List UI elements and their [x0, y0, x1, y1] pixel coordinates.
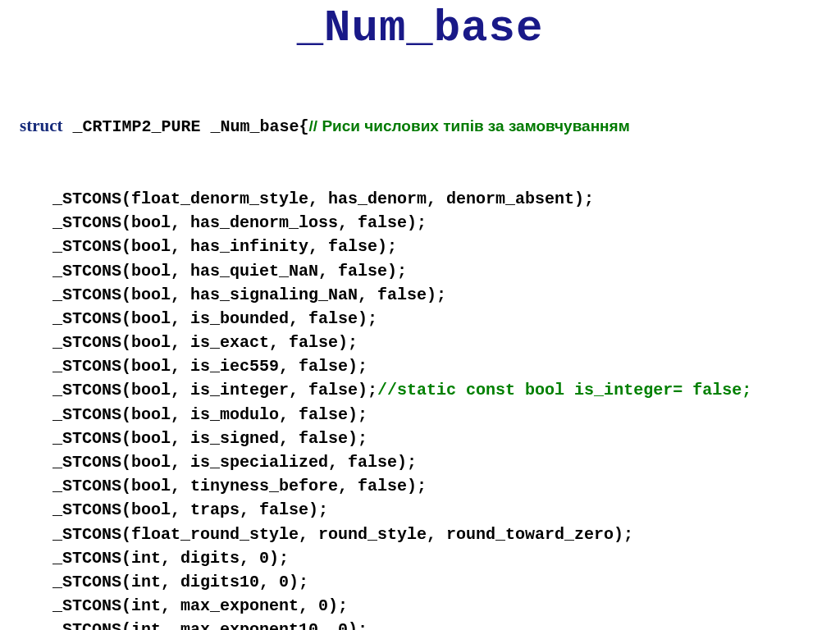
code-text: _STCONS(float_round_style, round_style, … — [52, 525, 633, 544]
code-text: _STCONS(bool, is_bounded, false); — [52, 309, 377, 328]
code-line: _STCONS(bool, is_modulo, false); — [20, 403, 820, 427]
code-line: _STCONS(bool, traps, false); — [20, 498, 820, 522]
code-text: _STCONS(bool, has_signaling_NaN, false); — [52, 285, 446, 304]
code-line: _STCONS(bool, has_signaling_NaN, false); — [20, 283, 820, 307]
code-line: _STCONS(bool, is_exact, false); — [20, 331, 820, 354]
struct-declaration: struct _CRTIMP2_PURE _Num_base{// Риси ч… — [20, 113, 820, 139]
code-line: _STCONS(int, max_exponent10, 0); — [20, 618, 820, 630]
struct-comment: // Риси числових типів за замовчуванням — [309, 117, 630, 135]
code-line: _STCONS(bool, tinyness_before, false); — [20, 474, 820, 498]
code-line: _STCONS(float_round_style, round_style, … — [20, 523, 820, 546]
code-text: _STCONS(bool, is_specialized, false); — [52, 453, 417, 472]
code-text: _STCONS(bool, is_iec559, false); — [52, 357, 368, 376]
code-text: _STCONS(bool, is_exact, false); — [52, 333, 358, 352]
code-text: _STCONS(bool, is_integer, false); — [52, 381, 377, 399]
code-line: _STCONS(bool, is_integer, false);//stati… — [20, 378, 820, 402]
code-text: _STCONS(bool, has_infinity, false); — [52, 237, 397, 256]
inline-comment: //static const bool is_integer= false; — [377, 381, 751, 399]
code-text: _STCONS(float_denorm_style, has_denorm, … — [52, 189, 594, 208]
code-line: _STCONS(bool, has_denorm_loss, false); — [20, 211, 820, 235]
code-text: _STCONS(bool, tinyness_before, false); — [52, 477, 427, 495]
code-line: _STCONS(bool, is_specialized, false); — [20, 450, 820, 474]
code-line: _STCONS(bool, is_signed, false); — [20, 427, 820, 450]
code-text: _STCONS(int, digits, 0); — [52, 549, 289, 568]
code-text: _STCONS(int, max_exponent, 0); — [52, 596, 348, 615]
code-text: _STCONS(bool, has_denorm_loss, false); — [52, 213, 427, 232]
code-line: _STCONS(bool, is_iec559, false); — [20, 354, 820, 378]
code-text: _STCONS(bool, traps, false); — [52, 500, 328, 519]
code-line: _STCONS(bool, is_bounded, false); — [20, 307, 820, 331]
slide: _Num_base struct _CRTIMP2_PURE _Num_base… — [0, 0, 840, 630]
code-lines: _STCONS(float_denorm_style, has_denorm, … — [20, 187, 820, 630]
slide-title: _Num_base — [20, 7, 820, 51]
struct-name: _CRTIMP2_PURE _Num_base{ — [73, 117, 309, 136]
code-text: _STCONS(bool, is_modulo, false); — [52, 405, 368, 424]
code-text: _STCONS(bool, has_quiet_NaN, false); — [52, 262, 407, 281]
code-text: _STCONS(int, max_exponent10, 0); — [52, 620, 368, 630]
code-line: _STCONS(int, digits, 0); — [20, 546, 820, 570]
code-text: _STCONS(int, digits10, 0); — [52, 573, 308, 591]
code-line: _STCONS(bool, has_infinity, false); — [20, 235, 820, 258]
code-line: _STCONS(int, max_exponent, 0); — [20, 594, 820, 618]
code-text: _STCONS(bool, is_signed, false); — [52, 429, 368, 448]
code-line: _STCONS(bool, has_quiet_NaN, false); — [20, 259, 820, 283]
code-line: _STCONS(float_denorm_style, has_denorm, … — [20, 187, 820, 211]
struct-keyword: struct — [20, 116, 62, 135]
code-line: _STCONS(int, digits10, 0); — [20, 570, 820, 594]
code-block: struct _CRTIMP2_PURE _Num_base{// Риси ч… — [20, 66, 820, 630]
